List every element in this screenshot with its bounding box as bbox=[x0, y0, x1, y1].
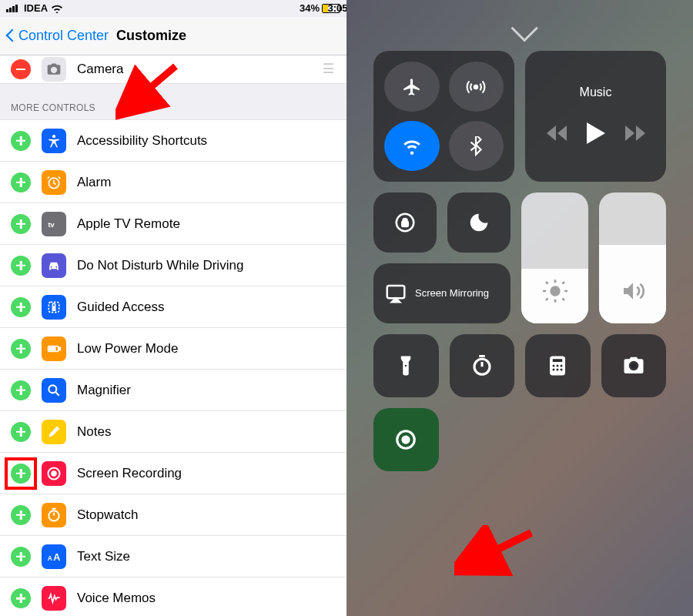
add-button[interactable] bbox=[11, 297, 31, 317]
add-button[interactable] bbox=[11, 464, 31, 484]
status-bar: IDEA 3:05 PM 34% bbox=[0, 0, 346, 17]
guided-icon bbox=[42, 295, 66, 320]
add-button[interactable] bbox=[11, 256, 31, 276]
chevron-down-icon[interactable] bbox=[504, 23, 535, 32]
play-button[interactable] bbox=[587, 122, 605, 147]
more-controls-row-stopwatch[interactable]: Stopwatch bbox=[0, 494, 346, 536]
volume-slider[interactable] bbox=[599, 192, 666, 323]
music-tile[interactable]: Music bbox=[525, 51, 666, 182]
page-title: Customize bbox=[116, 28, 186, 44]
svg-rect-8 bbox=[49, 347, 55, 350]
bluetooth-toggle[interactable] bbox=[449, 121, 504, 171]
more-controls-row-voicememo[interactable]: Voice Memos bbox=[0, 578, 346, 616]
row-label: Notes bbox=[77, 424, 111, 440]
more-controls-row-magnifier[interactable]: Magnifier bbox=[0, 370, 346, 411]
remove-button[interactable] bbox=[11, 59, 31, 79]
svg-text:A: A bbox=[48, 554, 52, 562]
svg-point-29 bbox=[557, 369, 559, 371]
add-button[interactable] bbox=[11, 339, 31, 359]
screenrec-icon bbox=[42, 461, 66, 486]
more-controls-row-screenrec[interactable]: Screen Recording bbox=[0, 453, 346, 494]
row-label: Accessibility Shortcuts bbox=[77, 133, 207, 149]
connectivity-tile[interactable] bbox=[373, 51, 514, 182]
stopwatch-icon bbox=[42, 503, 66, 527]
svg-point-30 bbox=[561, 369, 563, 371]
reorder-grip-icon[interactable]: ☰ bbox=[323, 61, 336, 77]
svg-rect-6 bbox=[52, 306, 56, 311]
svg-point-33 bbox=[402, 435, 410, 444]
voicememo-icon bbox=[42, 586, 66, 611]
more-controls-row-guided[interactable]: Guided Access bbox=[0, 286, 346, 328]
chevron-left-icon bbox=[6, 29, 19, 42]
brightness-slider[interactable] bbox=[521, 192, 588, 323]
music-title: Music bbox=[580, 85, 612, 99]
row-label: Guided Access bbox=[77, 300, 164, 315]
add-button[interactable] bbox=[11, 422, 31, 442]
row-label: Apple TV Remote bbox=[77, 216, 180, 232]
magnifier-icon bbox=[42, 378, 66, 403]
svg-point-12 bbox=[51, 470, 57, 477]
row-label: Stopwatch bbox=[77, 507, 138, 523]
svg-point-31 bbox=[631, 363, 637, 369]
dnd-toggle[interactable] bbox=[447, 192, 511, 253]
screen-record-button[interactable] bbox=[373, 408, 439, 471]
svg-point-17 bbox=[474, 85, 477, 88]
svg-point-4 bbox=[55, 266, 57, 267]
svg-point-3 bbox=[51, 266, 52, 267]
control-center-screen: Music Screen Mirroring bbox=[346, 0, 693, 616]
calculator-button[interactable] bbox=[525, 334, 591, 397]
add-button[interactable] bbox=[11, 214, 31, 234]
notes-icon bbox=[42, 420, 66, 444]
svg-point-28 bbox=[553, 369, 555, 371]
row-label: Alarm bbox=[77, 175, 111, 190]
prev-track-button[interactable] bbox=[547, 126, 567, 144]
brightness-icon bbox=[543, 279, 567, 306]
more-controls-row-notes[interactable]: Notes bbox=[0, 411, 346, 453]
add-button[interactable] bbox=[11, 131, 31, 151]
row-label: Camera bbox=[77, 62, 123, 77]
included-row-camera[interactable]: Camera ☰ bbox=[0, 55, 346, 85]
back-button[interactable]: Control Center bbox=[8, 28, 109, 44]
row-label: Do Not Disturb While Driving bbox=[77, 258, 243, 273]
svg-point-27 bbox=[561, 365, 563, 367]
annotation-arrow-icon bbox=[454, 525, 539, 579]
appletv-icon: tv bbox=[42, 212, 66, 236]
volume-icon bbox=[621, 279, 645, 306]
svg-text:A: A bbox=[53, 552, 60, 563]
section-header: MORE CONTROLS bbox=[0, 84, 346, 120]
svg-line-34 bbox=[465, 533, 531, 565]
add-button[interactable] bbox=[11, 172, 31, 192]
battery-icon bbox=[322, 4, 340, 13]
add-button[interactable] bbox=[11, 505, 31, 525]
next-track-button[interactable] bbox=[625, 126, 645, 144]
camera-button[interactable] bbox=[601, 334, 667, 397]
svg-text:tv: tv bbox=[49, 221, 55, 229]
nav-header: Control Center Customize bbox=[0, 17, 346, 55]
add-button[interactable] bbox=[11, 380, 31, 400]
cellular-toggle[interactable] bbox=[449, 62, 504, 112]
wifi-toggle[interactable] bbox=[384, 121, 440, 171]
add-button[interactable] bbox=[11, 588, 31, 608]
orientation-lock-toggle[interactable] bbox=[373, 192, 437, 253]
settings-customize-screen: IDEA 3:05 PM 34% Control Center Customiz… bbox=[0, 0, 346, 616]
add-button[interactable] bbox=[11, 547, 31, 567]
camera-icon bbox=[42, 57, 66, 82]
more-controls-row-alarm[interactable]: Alarm bbox=[0, 162, 346, 203]
timer-button[interactable] bbox=[450, 334, 515, 397]
svg-rect-24 bbox=[553, 359, 563, 362]
flashlight-button[interactable] bbox=[373, 334, 439, 397]
row-label: Magnifier bbox=[77, 383, 131, 398]
more-controls-row-accessibility[interactable]: Accessibility Shortcuts bbox=[0, 120, 346, 162]
svg-rect-20 bbox=[387, 286, 405, 298]
lowpower-icon bbox=[42, 336, 66, 361]
more-controls-row-dnd-drive[interactable]: Do Not Disturb While Driving bbox=[0, 245, 346, 286]
back-label: Control Center bbox=[18, 28, 109, 44]
svg-point-26 bbox=[557, 365, 559, 367]
more-controls-row-textsize[interactable]: AAText Size bbox=[0, 536, 346, 578]
svg-point-25 bbox=[553, 365, 555, 367]
airplane-toggle[interactable] bbox=[384, 62, 440, 112]
more-controls-row-lowpower[interactable]: Low Power Mode bbox=[0, 328, 346, 370]
textsize-icon: AA bbox=[42, 544, 66, 569]
alarm-icon bbox=[42, 170, 66, 195]
more-controls-row-appletv[interactable]: tvApple TV Remote bbox=[0, 203, 346, 245]
